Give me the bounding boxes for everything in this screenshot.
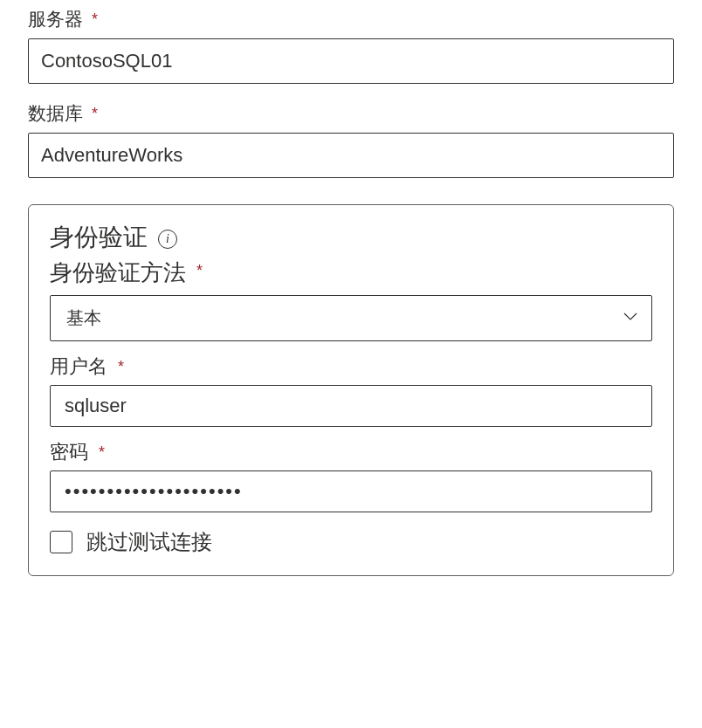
server-label-text: 服务器	[28, 7, 83, 31]
auth-method-selected: 基本	[66, 308, 101, 327]
auth-method-label: 身份验证方法 *	[50, 258, 652, 288]
info-icon[interactable]: i	[158, 230, 177, 249]
required-asterisk: *	[118, 358, 124, 376]
skip-test-label: 跳过测试连接	[86, 528, 212, 556]
auth-method-select[interactable]: 基本	[50, 295, 652, 341]
authentication-section: 身份验证 i 身份验证方法 * 基本 用户名 * 密码 * ••••••••••…	[28, 204, 674, 576]
required-asterisk: *	[92, 105, 98, 123]
password-label-text: 密码	[50, 439, 88, 465]
database-label-text: 数据库	[28, 101, 83, 126]
username-label: 用户名 *	[50, 354, 652, 380]
skip-test-checkbox[interactable]	[50, 531, 72, 553]
password-input[interactable]: •••••••••••••••••••••	[50, 470, 652, 512]
password-label: 密码 *	[50, 439, 652, 465]
username-input[interactable]	[50, 385, 652, 427]
server-input[interactable]	[28, 38, 674, 84]
required-asterisk: *	[196, 262, 203, 280]
username-label-text: 用户名	[50, 354, 107, 380]
auth-section-title: 身份验证	[50, 221, 148, 254]
required-asterisk: *	[92, 10, 98, 29]
required-asterisk: *	[99, 443, 105, 462]
auth-method-label-text: 身份验证方法	[50, 258, 186, 288]
database-label: 数据库 *	[28, 101, 674, 126]
server-label: 服务器 *	[28, 7, 674, 31]
database-input[interactable]	[28, 133, 674, 178]
